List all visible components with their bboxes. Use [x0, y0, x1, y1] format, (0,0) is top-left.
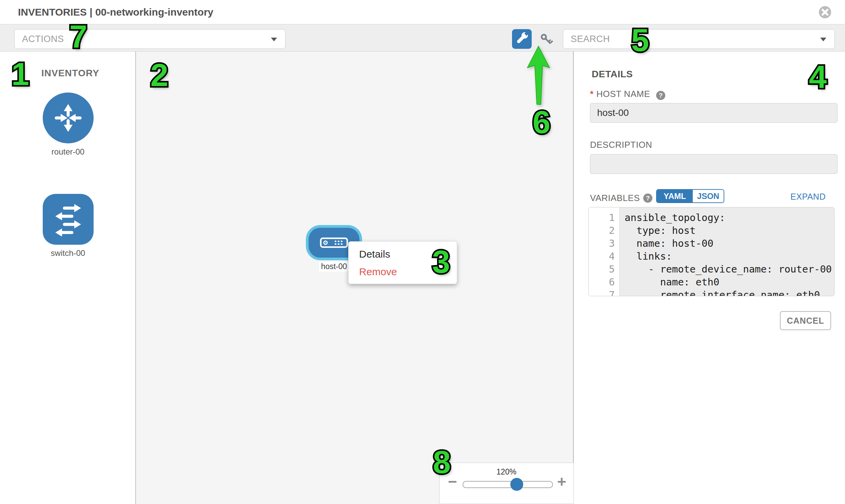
annotation-8: 8	[433, 444, 451, 481]
palette-item-label: router-00	[0, 147, 136, 157]
switch-icon	[43, 194, 93, 245]
zoom-in-button[interactable]: +	[557, 474, 566, 489]
required-asterisk: *	[590, 89, 594, 99]
palette-item-label: switch-00	[0, 249, 136, 258]
palette-item-switch[interactable]: switch-00	[0, 194, 136, 258]
page-header: INVENTORIES | 00-networking-inventory	[0, 0, 845, 24]
code-line: links:	[624, 250, 834, 263]
sidebar-heading: INVENTORY	[41, 68, 99, 79]
zoom-percentage: 120%	[439, 467, 574, 476]
help-question-icon[interactable]: ?	[656, 91, 665, 100]
annotation-5: 5	[631, 22, 649, 59]
menu-item-remove[interactable]: Remove	[359, 266, 397, 277]
variables-label-row: VARIABLES ?	[590, 191, 652, 205]
variables-label: VARIABLES	[590, 193, 640, 203]
inventory-topology-screen: INVENTORIES | 00-networking-inventory AC…	[0, 0, 845, 504]
code-line: name: eth0	[624, 275, 834, 288]
code-line: name: host-00	[624, 237, 834, 250]
zoom-slider-track[interactable]	[462, 481, 553, 488]
host-name-label: HOST NAME	[596, 89, 650, 99]
palette-item-router[interactable]: router-00	[0, 92, 136, 157]
editor-line-gutter: 1 2 3 4 5 6 7	[589, 208, 620, 296]
code-line: ansible_topology:	[624, 211, 834, 224]
menu-item-details[interactable]: Details	[359, 249, 390, 260]
annotation-6: 6	[533, 104, 551, 141]
annotation-arrow-icon	[524, 44, 554, 107]
code-line: - remote_device_name: router-00	[624, 263, 834, 275]
annotation-4: 4	[809, 58, 827, 95]
details-heading: DETAILS	[592, 69, 633, 80]
toolbar: ACTIONS SEARCH	[0, 24, 845, 52]
line-number: 6	[589, 275, 619, 288]
inventory-sidebar: INVENTORY router-00	[0, 52, 136, 504]
cancel-button[interactable]: CANCEL	[780, 311, 831, 330]
chevron-down-icon	[271, 38, 277, 41]
host-name-field[interactable]	[590, 103, 838, 123]
line-number: 4	[589, 250, 619, 263]
search-dropdown[interactable]: SEARCH	[563, 29, 835, 49]
description-field[interactable]	[590, 154, 838, 174]
description-label: DESCRIPTION	[590, 140, 652, 150]
code-line: remote_interface_name: eth0	[624, 288, 834, 296]
expand-link[interactable]: EXPAND	[790, 192, 826, 202]
variables-code-editor[interactable]: 1 2 3 4 5 6 7 ansible_topology: type: ho…	[588, 207, 834, 296]
zoom-control-panel: 120% − +	[439, 463, 574, 504]
help-question-icon[interactable]: ?	[643, 194, 652, 203]
zoom-slider-handle[interactable]	[510, 478, 523, 491]
line-number: 2	[589, 224, 619, 237]
server-icon	[320, 237, 348, 249]
host-node-label: host-00	[319, 262, 349, 271]
router-icon	[43, 92, 93, 143]
annotation-7: 7	[70, 18, 87, 55]
line-number: 7	[589, 288, 619, 296]
annotation-2: 2	[151, 57, 169, 93]
close-icon[interactable]	[819, 6, 831, 18]
line-number: 3	[589, 237, 619, 250]
host-name-label-row: *HOST NAME ?	[590, 89, 665, 100]
variables-format-toggle: YAML JSON	[656, 189, 724, 203]
code-line: type: host	[624, 224, 834, 237]
annotation-3: 3	[432, 244, 450, 280]
search-dropdown-label: SEARCH	[571, 34, 610, 44]
page-title: INVENTORIES | 00-networking-inventory	[18, 6, 213, 18]
details-panel: DETAILS *HOST NAME ? DESCRIPTION VARIABL…	[575, 52, 845, 504]
chevron-down-icon	[820, 38, 826, 41]
actions-dropdown[interactable]: ACTIONS	[14, 29, 285, 49]
line-number: 5	[589, 263, 619, 275]
editor-code-pane[interactable]: ansible_topology: type: host name: host-…	[620, 208, 834, 296]
actions-dropdown-label: ACTIONS	[22, 34, 64, 44]
line-number: 1	[589, 211, 619, 224]
close-x-glyph	[819, 6, 831, 18]
annotation-1: 1	[12, 56, 30, 92]
json-toggle-button[interactable]: JSON	[693, 190, 724, 202]
yaml-toggle-button[interactable]: YAML	[657, 190, 693, 202]
